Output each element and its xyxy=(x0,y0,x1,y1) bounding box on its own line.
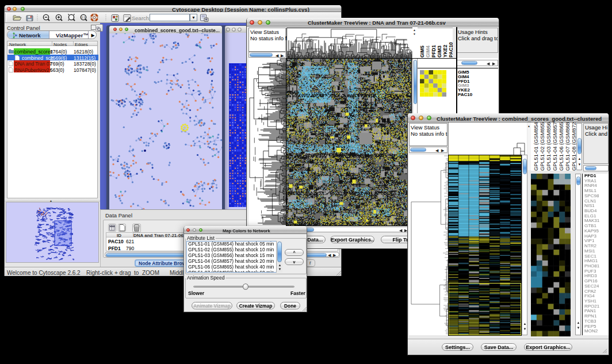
svg-text:1:1: 1:1 xyxy=(82,16,86,19)
